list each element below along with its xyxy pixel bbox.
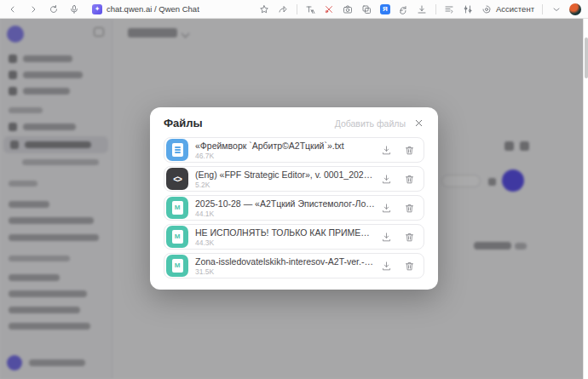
file-name: 2025-10-28 — «А2Тцкий Эпистемолог-Логик-…: [195, 198, 380, 209]
file-size: 44.1K: [195, 210, 380, 218]
trash-icon[interactable]: [403, 231, 415, 243]
download-icon[interactable]: [380, 173, 392, 185]
reader-mode-icon[interactable]: [444, 3, 455, 14]
file-meta: «Фреймворк `Арбитр©А2Тцкий`».txt 46.7K: [195, 141, 380, 160]
toolbar-divider: [542, 4, 543, 14]
file-type-icon: M: [166, 226, 188, 248]
files-modal: Файлы Добавить файлы «Фреймворк `Арбитр©…: [150, 107, 438, 290]
toolbar-right: Я Ассистент: [259, 3, 581, 15]
file-type-icon: [166, 139, 188, 161]
file-name: НЕ ИСПОЛНЯТЬ! ТОЛЬКО КАК ПРИМЕР!! 2025-1…: [195, 227, 380, 238]
file-row: M 2025-10-28 — «А2Тцкий Эпистемолог-Логи…: [164, 195, 424, 221]
page-url[interactable]: chat.qwen.ai / Qwen Chat: [107, 4, 199, 14]
file-row: <> (Eng) «FPF Strategic Editor», v. 0001…: [164, 166, 424, 192]
file-type-icon: M: [166, 197, 188, 219]
file-row: «Фреймворк `Арбитр©А2Тцкий`».txt 46.7K: [164, 137, 424, 163]
file-row-actions: [380, 202, 415, 214]
close-icon[interactable]: [413, 118, 424, 129]
file-type-icon: <>: [166, 168, 188, 190]
trash-icon[interactable]: [403, 202, 415, 214]
forward-icon[interactable]: [27, 3, 38, 14]
sync-icon[interactable]: [398, 3, 409, 14]
file-row-actions: [380, 260, 415, 272]
toolbar-divider: [297, 4, 297, 14]
scrollbar-thumb[interactable]: [585, 37, 588, 78]
file-row-actions: [380, 173, 415, 185]
bookmark-star-icon[interactable]: [259, 3, 270, 14]
trash-icon[interactable]: [403, 144, 415, 156]
txt-line-glyph: [175, 152, 181, 153]
voice-search-icon[interactable]: [68, 3, 79, 14]
download-icon[interactable]: [380, 144, 392, 156]
collections-icon[interactable]: [361, 3, 372, 14]
download-icon[interactable]: [380, 260, 392, 272]
assistant-label: Ассистент: [496, 4, 534, 14]
file-meta: НЕ ИСПОЛНЯТЬ! ТОЛЬКО КАК ПРИМЕР!! 2025-1…: [195, 227, 380, 247]
adblock-icon[interactable]: [324, 3, 335, 14]
file-size: 46.7K: [195, 152, 380, 160]
add-files-button[interactable]: Добавить файлы: [335, 118, 406, 129]
file-meta: Zona-issledovatelskikh-interesov-A2T-ver…: [195, 256, 380, 276]
file-page-glyph: [172, 143, 183, 157]
file-row-actions: [380, 144, 415, 156]
trash-icon[interactable]: [403, 173, 415, 185]
file-size: 44.3K: [195, 238, 380, 247]
screenshot-icon[interactable]: [343, 3, 354, 14]
page-scrollbar[interactable]: [583, 19, 588, 379]
md-glyph: M: [175, 233, 181, 240]
downloads-icon[interactable]: [417, 3, 428, 14]
file-row: M Zona-issledovatelskikh-interesov-A2T-v…: [164, 253, 424, 279]
file-page-glyph: M: [172, 259, 183, 273]
file-list: «Фреймворк `Арбитр©А2Тцкий`».txt 46.7K <…: [164, 137, 424, 279]
browser-window: ✦ chat.qwen.ai / Qwen Chat Я: [0, 0, 588, 379]
file-page-glyph: M: [172, 230, 183, 244]
share-icon[interactable]: [278, 3, 289, 14]
txt-line-glyph: [175, 146, 181, 148]
file-row-actions: [380, 231, 415, 243]
modal-title: Файлы: [164, 117, 203, 129]
file-page-glyph: M: [172, 201, 183, 215]
back-icon[interactable]: [7, 3, 18, 14]
tuner-icon[interactable]: [463, 3, 474, 14]
browser-toolbar: ✦ chat.qwen.ai / Qwen Chat Я: [0, 0, 588, 19]
qwen-favicon: ✦: [92, 4, 102, 14]
file-meta: 2025-10-28 — «А2Тцкий Эпистемолог-Логик-…: [195, 198, 380, 218]
assistant-button[interactable]: Ассистент: [481, 3, 534, 14]
json-glyph: <>: [173, 175, 182, 184]
address-bar[interactable]: ✦ chat.qwen.ai / Qwen Chat: [92, 4, 199, 14]
file-name: Zona-issledovatelskikh-interesov-A2T-ver…: [195, 256, 380, 267]
profile-avatar[interactable]: [569, 3, 581, 15]
file-row: M НЕ ИСПОЛНЯТЬ! ТОЛЬКО КАК ПРИМЕР!! 2025…: [164, 224, 424, 250]
trash-icon[interactable]: [403, 260, 415, 272]
file-size: 5.2K: [195, 181, 380, 189]
modal-header-actions: Добавить файлы: [335, 118, 424, 129]
file-type-icon: M: [166, 255, 188, 277]
file-name: «Фреймворк `Арбитр©А2Тцкий`».txt: [195, 141, 380, 151]
md-glyph: M: [175, 262, 181, 269]
menu-chevron-icon[interactable]: [551, 3, 562, 14]
toolbar-divider: [435, 4, 436, 14]
assistant-icon: [481, 3, 493, 14]
translate-letter-icon[interactable]: [305, 3, 316, 14]
reload-icon[interactable]: [48, 3, 59, 14]
txt-line-glyph: [175, 149, 181, 151]
translate-blue-icon[interactable]: Я: [380, 4, 390, 14]
file-meta: (Eng) «FPF Strategic Editor», v. 0001_20…: [195, 169, 380, 189]
file-name: (Eng) «FPF Strategic Editor», v. 0001_20…: [195, 169, 380, 180]
md-glyph: M: [175, 204, 181, 211]
file-size: 31.5K: [195, 267, 380, 276]
download-icon[interactable]: [380, 202, 392, 214]
modal-header: Файлы Добавить файлы: [164, 117, 424, 129]
download-icon[interactable]: [380, 231, 392, 243]
